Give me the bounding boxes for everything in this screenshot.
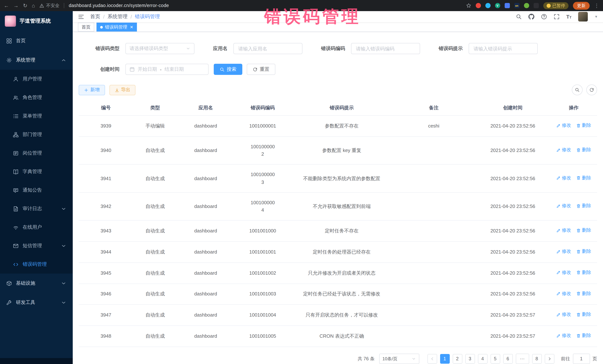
delete-link[interactable]: 删除 [576,122,591,129]
edit-link[interactable]: 修改 [556,174,571,182]
export-button[interactable]: 导出 [109,85,135,95]
edit-link[interactable]: 修改 [556,147,571,154]
edit-link[interactable]: 修改 [556,248,571,255]
app-name-input[interactable] [237,46,298,52]
page-button-3[interactable]: 3 [465,354,475,364]
sidebar-item-菜单管理[interactable]: 菜单管理 [0,107,73,125]
sidebar-item-审计日志[interactable]: 审计日志 [0,199,73,218]
chevron-down-icon [61,206,66,211]
prev-page-button[interactable] [427,354,437,364]
sidebar-item-角色管理[interactable]: 角色管理 [0,88,73,107]
home-icon[interactable]: ⌂ [32,3,35,9]
page-button-6[interactable]: 6 [503,354,513,364]
breadcrumb: 首页 / 系统管理 / 错误码管理 [90,13,160,20]
extensions-pin-icon[interactable] [533,3,539,8]
address-bar[interactable]: dashboard.yudao.iocoder.cn/system/error-… [69,3,169,8]
cell-actions: 修改删除 [550,326,597,347]
fullscreen-icon[interactable] [554,14,560,20]
github-icon[interactable] [528,14,534,20]
page-button-1[interactable]: 1 [440,354,450,364]
tab-error-code[interactable]: 错误码管理 ✕ [96,23,137,32]
delete-link[interactable]: 删除 [576,227,591,234]
browser-update-button[interactable]: 更新 [573,2,590,10]
search-button[interactable]: 搜索 [214,64,242,75]
page-button-5[interactable]: 5 [490,354,500,364]
back-icon[interactable]: ← [4,3,9,9]
delete-link[interactable]: 删除 [576,332,591,339]
header-search-icon[interactable] [516,14,522,20]
sidebar-item-字典管理[interactable]: 字典管理 [0,162,73,181]
cell-app: dashboard [177,193,234,221]
page-button-8[interactable]: 8 [532,354,542,364]
error-hint-input[interactable] [473,46,533,52]
browser-menu-icon[interactable]: ⋮ [594,3,599,9]
delete-link[interactable]: 删除 [576,311,591,318]
extension-icon-grid[interactable] [504,3,510,8]
bookmark-star-icon[interactable] [466,3,471,8]
breadcrumb-system[interactable]: 系统管理 [108,13,128,20]
cell-remark [392,326,475,347]
page-size-select[interactable]: 10条/页 [379,354,419,364]
tab-close-icon[interactable]: ✕ [130,25,133,30]
error-code-input[interactable] [355,46,416,52]
sidebar-item-研发工具[interactable]: 研发工具 [0,293,73,312]
date-range-picker[interactable]: 开始日期 - 结束日期 [126,64,209,75]
extension-icon-teal[interactable] [485,3,490,8]
page-button-4[interactable]: 4 [478,354,487,364]
delete-link[interactable]: 删除 [576,147,591,154]
sidebar-item-短信管理[interactable]: 短信管理 [0,236,73,255]
sidebar-item-系统管理[interactable]: 系统管理 [0,50,73,70]
goto-page-input[interactable] [573,354,590,364]
sidebar-item-用户管理[interactable]: 用户管理 [0,70,73,88]
font-size-icon[interactable]: TT [566,14,571,20]
error-type-select[interactable]: 请选择错误码类型 [126,43,195,54]
avatar-caret-down-icon[interactable]: ▼ [594,15,598,19]
reset-button[interactable]: 重置 [247,64,275,75]
sidebar-item-基础设施[interactable]: 基础设施 [0,274,73,293]
extension-icon-red[interactable] [475,3,481,8]
page-ellipsis[interactable]: ··· [516,354,529,364]
forward-icon[interactable]: → [13,3,19,9]
toggle-search-button[interactable] [572,85,583,95]
badge-icon [13,150,19,156]
sidebar-item-通知公告[interactable]: 通知公告 [0,181,73,199]
app-logo[interactable]: 芋道管理系统 [0,11,73,31]
add-button[interactable]: 新增 [79,85,105,95]
sidebar: 芋道管理系统 首页系统管理用户管理角色管理菜单管理部门管理岗位管理字典管理通知公… [0,11,73,364]
breadcrumb-home[interactable]: 首页 [90,13,100,20]
sidebar-collapse-bar[interactable] [0,358,73,364]
delete-link[interactable]: 删除 [576,202,591,210]
sidebar-item-部门管理[interactable]: 部门管理 [0,125,73,144]
sidebar-item-错误码管理[interactable]: 错误码管理 [0,255,73,274]
sidebar-item-岗位管理[interactable]: 岗位管理 [0,144,73,162]
page-button-2[interactable]: 2 [452,354,462,364]
sidebar-item-首页[interactable]: 首页 [0,31,73,50]
reload-icon[interactable]: ↻ [23,3,27,9]
edit-link[interactable]: 修改 [556,332,571,339]
edit-link[interactable]: 修改 [556,269,571,276]
edit-link[interactable]: 修改 [556,202,571,210]
edit-link[interactable]: 修改 [556,311,571,318]
sidebar-item-在线用户[interactable]: 在线用户 [0,218,73,236]
next-page-button[interactable] [545,354,554,364]
delete-link[interactable]: 删除 [576,269,591,276]
delete-link[interactable]: 删除 [576,248,591,255]
edit-link[interactable]: 修改 [556,290,571,297]
filter-type-label: 错误码类型 [90,45,119,52]
extension-icon-green[interactable]: V [495,3,500,8]
tab-home[interactable]: 首页 [78,23,94,32]
help-icon[interactable] [541,14,547,20]
extension-icon-on[interactable]: on [514,3,519,8]
site-security[interactable]: 不安全 [39,2,59,9]
cell-id: 3944 [79,242,133,263]
sidebar-toggle-icon[interactable] [78,13,84,20]
extension-icon-leaf[interactable] [524,3,529,8]
delete-link[interactable]: 删除 [576,174,591,182]
paused-badge[interactable]: 已暂停 [543,2,568,9]
chevron-down-icon [186,46,190,51]
edit-link[interactable]: 修改 [556,122,571,129]
edit-link[interactable]: 修改 [556,227,571,234]
user-avatar[interactable] [578,12,588,22]
refresh-table-button[interactable] [586,85,597,95]
delete-link[interactable]: 删除 [576,290,591,297]
